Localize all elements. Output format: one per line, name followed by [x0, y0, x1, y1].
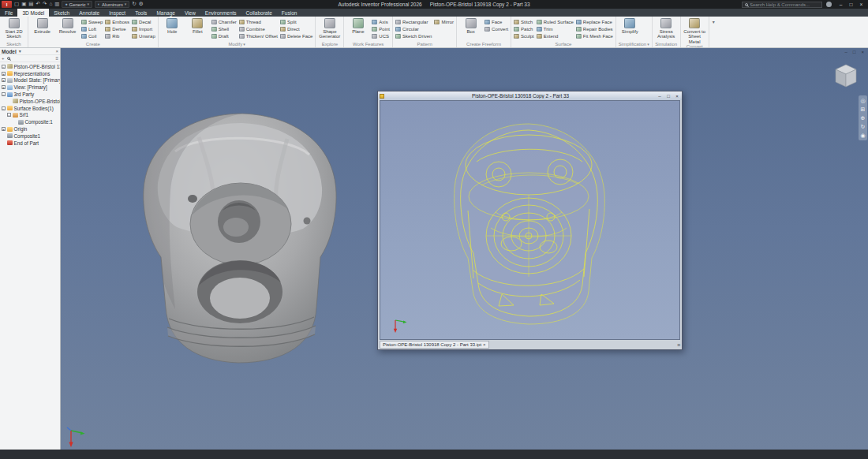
- browser-search-icon[interactable]: [7, 57, 10, 60]
- expand-icon[interactable]: +: [2, 72, 6, 76]
- repair-bodies-button[interactable]: Repair Bodies: [576, 26, 613, 32]
- pan-icon[interactable]: ⊞: [861, 106, 866, 112]
- search-input[interactable]: [750, 2, 819, 7]
- document-minimize-button[interactable]: –: [845, 50, 847, 54]
- document-restore-button[interactable]: □: [853, 50, 856, 54]
- tree-item-srf1[interactable]: −Srf1: [0, 112, 60, 119]
- appearance-dropdown[interactable]: ◐ Aluminum ▾: [95, 1, 129, 8]
- window-minimize-button[interactable]: –: [836, 2, 846, 7]
- sculpt-button[interactable]: Sculpt: [514, 33, 534, 39]
- delete-face-button[interactable]: Delete Face: [280, 33, 312, 39]
- collapse-icon[interactable]: −: [7, 113, 11, 117]
- tree-item-end-of-part[interactable]: End of Part: [0, 140, 60, 147]
- sweep-button[interactable]: Sweep: [81, 19, 103, 25]
- browser-menu-icon[interactable]: ≡: [55, 56, 58, 61]
- tree-item-representations[interactable]: +Representations: [0, 70, 60, 77]
- update-icon[interactable]: ↻: [132, 2, 136, 7]
- mirror-button[interactable]: Mirror: [434, 19, 454, 25]
- expand-icon[interactable]: +: [2, 85, 6, 89]
- new-icon[interactable]: ▢: [14, 2, 19, 7]
- start-2d-sketch-button[interactable]: Start 2D Sketch: [2, 17, 25, 39]
- zoom-icon[interactable]: ⊕: [861, 115, 866, 121]
- thicken-offset-button[interactable]: Thicken/ Offset: [239, 33, 278, 39]
- viewport[interactable]: – □ × ◎⊞⊕↻◉: [61, 48, 868, 450]
- hole-button[interactable]: Hole: [161, 17, 184, 34]
- import-button[interactable]: Import: [132, 26, 155, 32]
- shape-generator-button[interactable]: Shape Generator: [318, 17, 341, 39]
- face-button[interactable]: Face: [485, 19, 508, 25]
- extrude-button[interactable]: Extrude: [31, 17, 54, 34]
- sketch-driven-button[interactable]: Sketch Driven: [395, 33, 432, 39]
- tree-item-surface-bodies-1[interactable]: −Surface Bodies(1): [0, 105, 60, 112]
- child-minimize-button[interactable]: –: [657, 94, 663, 99]
- ribbon-display-options[interactable]: ▾: [709, 17, 718, 47]
- circular-button[interactable]: Circular: [395, 26, 432, 32]
- loft-button[interactable]: Loft: [81, 26, 103, 32]
- patch-button[interactable]: Patch: [514, 26, 534, 32]
- tree-item-composite1[interactable]: Composite1: [0, 132, 60, 140]
- direct-button[interactable]: Direct: [280, 26, 312, 32]
- derive-button[interactable]: Derive: [105, 26, 129, 32]
- tab-environments[interactable]: Environments: [200, 9, 241, 17]
- stress-analysis-button[interactable]: Stress Analysis: [655, 17, 678, 39]
- document-close-button[interactable]: ×: [861, 50, 864, 54]
- box-button[interactable]: Box: [459, 17, 482, 34]
- draft-button[interactable]: Draft: [211, 33, 237, 39]
- tab-close-icon[interactable]: ×: [483, 342, 486, 347]
- child-maximize-button[interactable]: □: [665, 94, 672, 99]
- rectangular-button[interactable]: Rectangular: [395, 19, 432, 25]
- tab-tools[interactable]: Tools: [130, 9, 152, 17]
- redo-icon[interactable]: ↷: [43, 2, 47, 7]
- extend-button[interactable]: Extend: [537, 33, 574, 39]
- wireframe-piston-model[interactable]: [432, 115, 630, 331]
- home-icon[interactable]: ⌂: [49, 2, 52, 7]
- tree-item-model-state-primary[interactable]: +Model State: [Primary]: [0, 77, 60, 84]
- coil-button[interactable]: Coil: [81, 33, 103, 39]
- combine-button[interactable]: Combine: [239, 26, 278, 32]
- document-tab[interactable]: Piston-OPE-Bristol 130918 Copy 2 - Part …: [380, 341, 489, 349]
- plane-button[interactable]: Plane: [346, 17, 369, 34]
- view-cube[interactable]: [832, 62, 860, 89]
- chamfer-button[interactable]: Chamfer: [211, 19, 237, 25]
- save-icon[interactable]: ▤: [28, 2, 33, 7]
- group-label-simplification[interactable]: Simplification▾: [619, 41, 649, 47]
- unwrap-button[interactable]: Unwrap: [132, 33, 155, 39]
- expand-icon[interactable]: +: [2, 78, 6, 82]
- fit-mesh-face-button[interactable]: Fit Mesh Face: [576, 33, 613, 39]
- child-window-titlebar[interactable]: Piston-OPE-Bristol 130918 Copy 2 - Part …: [378, 91, 682, 100]
- fillet-button[interactable]: Fillet: [186, 17, 209, 34]
- decal-button[interactable]: Decal: [132, 19, 155, 25]
- tab-view[interactable]: View: [180, 9, 200, 17]
- orbit-icon[interactable]: ↻: [861, 124, 866, 129]
- tree-item-composite-1[interactable]: Composite:1: [0, 118, 60, 125]
- tab-collaborate[interactable]: Collaborate: [241, 9, 277, 17]
- main-piston-model[interactable]: [120, 103, 361, 365]
- convert-to-sheet-metal-button[interactable]: Convert to Sheet Metal: [683, 17, 706, 44]
- child-window[interactable]: Piston-OPE-Bristol 130918 Copy 2 - Part …: [377, 91, 683, 350]
- ruled-surface-button[interactable]: Ruled Surface: [537, 19, 574, 25]
- axis-button[interactable]: Axis: [372, 19, 390, 25]
- settings-icon[interactable]: ⚙: [139, 2, 144, 7]
- help-search[interactable]: [742, 2, 822, 8]
- app-logo-icon[interactable]: I: [2, 1, 12, 8]
- look-at-icon[interactable]: ◉: [860, 132, 865, 138]
- tree-item-view-primary[interactable]: +View: [Primary]: [0, 84, 60, 91]
- collapse-icon[interactable]: −: [2, 65, 6, 69]
- tab-inspect[interactable]: Inspect: [104, 9, 130, 17]
- split-button[interactable]: Split: [280, 19, 312, 25]
- nav-wheel-icon[interactable]: ◎: [860, 98, 865, 103]
- revolve-button[interactable]: Revolve: [56, 17, 79, 34]
- simplify-button[interactable]: Simplify: [619, 17, 642, 34]
- convert-button[interactable]: Convert: [485, 26, 508, 32]
- ucs-button[interactable]: UCS: [372, 33, 390, 39]
- tab-menu-icon[interactable]: ≡: [677, 342, 680, 348]
- window-maximize-button[interactable]: □: [846, 2, 856, 7]
- child-viewport[interactable]: [380, 100, 680, 340]
- tab-3d-model[interactable]: 3D Model: [17, 9, 49, 17]
- shell-button[interactable]: Shell: [211, 26, 237, 32]
- tab-file[interactable]: File: [0, 9, 17, 17]
- open-icon[interactable]: ▣: [21, 2, 26, 7]
- collapse-icon[interactable]: −: [2, 106, 6, 110]
- expand-icon[interactable]: +: [2, 127, 6, 131]
- browser-caret-icon[interactable]: ▾: [19, 49, 21, 54]
